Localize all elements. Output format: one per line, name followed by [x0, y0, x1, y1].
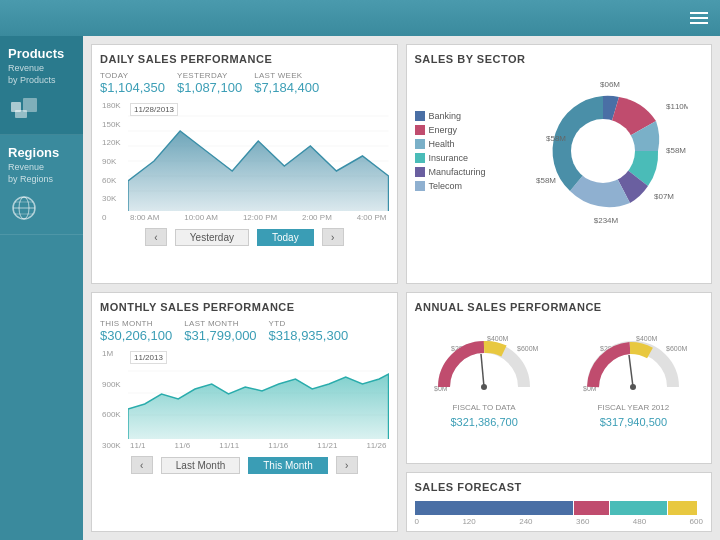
svg-text:$110M: $110M: [666, 102, 688, 111]
legend-energy: Energy: [415, 125, 495, 135]
svg-text:$58M: $58M: [536, 176, 556, 185]
sidebar-item-products[interactable]: Products Revenueby Products: [0, 36, 83, 135]
daily-x-labels: 8:00 AM 10:00 AM 12:00 PM 2:00 PM 4:00 P…: [128, 213, 389, 222]
sector-title: SALES BY SECTOR: [415, 53, 704, 65]
forecast-panel: SALES FORECAST 0 120 240 360: [406, 472, 713, 532]
sidebar-item-products-subtitle: Revenueby Products: [8, 63, 56, 86]
legend-health: Health: [415, 139, 495, 149]
legend-banking-label: Banking: [429, 111, 462, 121]
sidebar-item-regions-subtitle: Revenueby Regions: [8, 162, 53, 185]
menu-button[interactable]: [690, 12, 708, 24]
gauge-fiscal-year-value: $317,940,500: [600, 416, 667, 428]
svg-rect-2: [15, 110, 27, 118]
legend-energy-label: Energy: [429, 125, 458, 135]
monthly-sales-panel: MONTHLY SALES PERFORMANCE THIS MONTH $30…: [91, 292, 398, 532]
monthly-lastmonth-label: LAST MONTH: [184, 319, 256, 328]
monthly-chart-svg: [128, 349, 389, 439]
monthly-lastmonth-value: $31,799,000: [184, 328, 256, 343]
app-container: Products Revenueby Products Regions Reve…: [0, 0, 720, 540]
sector-content: Banking Energy Health Insurance: [415, 71, 704, 231]
sidebar-item-products-title: Products: [8, 46, 64, 61]
legend-telecom: Telecom: [415, 181, 495, 191]
gauge-fiscal-svg: $0M $200M $400M $600M: [429, 319, 539, 399]
monthly-stat-ytd: YTD $318,935,300: [269, 319, 349, 343]
svg-text:$07M: $07M: [654, 192, 674, 201]
sidebar: Products Revenueby Products Regions Reve…: [0, 36, 83, 540]
daily-today-value: $1,104,350: [100, 80, 165, 95]
annual-panel: ANNUAL SALES PERFORMANCE $0M $200M $400M…: [406, 292, 713, 464]
daily-lastweek-label: LAST WEEK: [254, 71, 319, 80]
daily-lastweek-value: $7,184,400: [254, 80, 319, 95]
monthly-stat-lastmonth: LAST MONTH $31,799,000: [184, 319, 256, 343]
annual-title: ANNUAL SALES PERFORMANCE: [415, 301, 704, 313]
monthly-ytd-label: YTD: [269, 319, 349, 328]
monthly-y-labels: 1M 900K 600K 300K: [100, 349, 128, 450]
main-layout: Products Revenueby Products Regions Reve…: [0, 36, 720, 540]
monthly-chart-wrapper: 1M 900K 600K 300K 11/2013: [100, 349, 389, 450]
forecast-bars: 0 120 240 360 480 600: [415, 499, 704, 528]
legend-health-dot: [415, 139, 425, 149]
daily-prev-button[interactable]: ‹: [145, 228, 167, 246]
legend-health-label: Health: [429, 139, 455, 149]
daily-yesterday-button[interactable]: Yesterday: [175, 229, 249, 246]
daily-sales-title: DAILY SALES PERFORMANCE: [100, 53, 389, 65]
legend-telecom-dot: [415, 181, 425, 191]
donut-chart-svg: $06M $110M $58M $07M $234M $58M $58M: [518, 71, 688, 231]
gauge-fiscal-year: $0M $200M $400M $600M FISCAL YEAR 2012: [578, 319, 688, 428]
svg-text:$58M: $58M: [666, 146, 686, 155]
daily-y-labels: 180K 150K 120K 90K 60K 30K 0: [100, 101, 128, 222]
svg-line-35: [629, 355, 633, 387]
daily-today-label: TODAY: [100, 71, 165, 80]
monthly-thismonth-label: THIS MONTH: [100, 319, 172, 328]
content-area: DAILY SALES PERFORMANCE TODAY $1,104,350…: [83, 36, 720, 540]
legend-insurance: Insurance: [415, 153, 495, 163]
right-bottom-panels: ANNUAL SALES PERFORMANCE $0M $200M $400M…: [406, 292, 713, 532]
gauge-fiscal-to-data-label: FISCAL TO DATA: [453, 403, 516, 412]
monthly-stats-row: THIS MONTH $30,206,100 LAST MONTH $31,79…: [100, 319, 389, 343]
monthly-lastmonth-button[interactable]: Last Month: [161, 457, 240, 474]
legend-banking-dot: [415, 111, 425, 121]
annual-content: $0M $200M $400M $600M: [415, 319, 704, 428]
legend-banking: Banking: [415, 111, 495, 121]
regions-icon: [8, 192, 40, 224]
monthly-nav: ‹ Last Month This Month ›: [100, 456, 389, 474]
svg-text:$58M: $58M: [546, 134, 566, 143]
svg-point-30: [481, 384, 487, 390]
sidebar-item-regions[interactable]: Regions Revenueby Regions: [0, 135, 83, 234]
legend-insurance-label: Insurance: [429, 153, 469, 163]
daily-today-button[interactable]: Today: [257, 229, 314, 246]
svg-text:$06M: $06M: [600, 80, 620, 89]
daily-yesterday-label: YESTERDAY: [177, 71, 242, 80]
daily-chart-svg: [128, 101, 389, 211]
svg-text:$600M: $600M: [517, 345, 539, 352]
daily-annotation: 11/28/2013: [130, 103, 178, 116]
top-bar: [0, 0, 720, 36]
monthly-prev-button[interactable]: ‹: [131, 456, 153, 474]
monthly-annotation: 11/2013: [130, 351, 167, 364]
svg-text:$234M: $234M: [594, 216, 619, 225]
sidebar-item-regions-title: Regions: [8, 145, 59, 160]
monthly-thismonth-button[interactable]: This Month: [248, 457, 327, 474]
monthly-next-button[interactable]: ›: [336, 456, 358, 474]
daily-chart-wrapper: 180K 150K 120K 90K 60K 30K 0 11/28/2013: [100, 101, 389, 222]
forecast-x-labels: 0 120 240 360 480 600: [415, 517, 704, 526]
monthly-ytd-value: $318,935,300: [269, 328, 349, 343]
daily-stat-lastweek: LAST WEEK $7,184,400: [254, 71, 319, 95]
monthly-chart-area: 11/2013: [128, 349, 389, 450]
legend-manufacturing: Manufacturing: [415, 167, 495, 177]
donut-chart-container: $06M $110M $58M $07M $234M $58M $58M: [503, 71, 704, 231]
forecast-bar-4: [668, 501, 697, 515]
legend-insurance-dot: [415, 153, 425, 163]
svg-point-36: [630, 384, 636, 390]
daily-chart-area: 11/28/2013: [128, 101, 389, 222]
sector-legend: Banking Energy Health Insurance: [415, 71, 495, 231]
monthly-stat-thismonth: THIS MONTH $30,206,100: [100, 319, 172, 343]
svg-rect-1: [23, 98, 37, 112]
gauge-fiscal-to-data: $0M $200M $400M $600M: [429, 319, 539, 428]
products-icon: [8, 92, 40, 124]
svg-line-29: [481, 354, 484, 387]
gauge-fiscal-year-label: FISCAL YEAR 2012: [598, 403, 670, 412]
svg-text:$400M: $400M: [487, 335, 509, 342]
svg-text:$400M: $400M: [636, 335, 658, 342]
daily-next-button[interactable]: ›: [322, 228, 344, 246]
